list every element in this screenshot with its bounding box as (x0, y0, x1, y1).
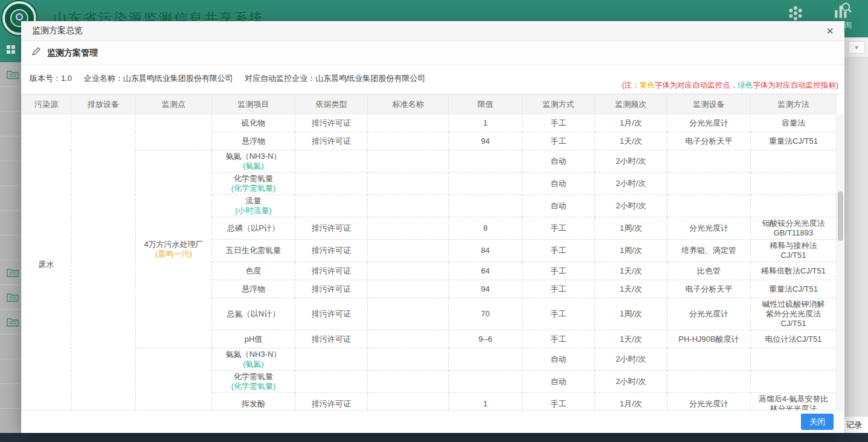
info-bar: 版本号：1.0 企业名称：山东晨鸣纸业集团股份有限公司 对应自动监控企业：山东晨… (21, 65, 844, 94)
monitor-item-cell: 悬浮物 (212, 132, 295, 150)
mode-cell: 手工 (522, 298, 595, 330)
device-cell: 比色管 (667, 262, 751, 280)
method-cell (751, 348, 837, 371)
freq-cell: 1天/次 (595, 262, 667, 280)
limit-cell: 70 (449, 298, 522, 330)
device-cell (667, 195, 751, 217)
mode-cell: 手工 (522, 262, 595, 280)
standard-name-cell (368, 371, 449, 393)
sidebar-item[interactable] (0, 335, 21, 359)
limit-cell: 1 (449, 393, 522, 411)
method-cell: 电位计法CJ/T51 (751, 330, 837, 348)
version-info: 版本号：1.0 (30, 74, 72, 83)
standard-name-cell (368, 173, 449, 195)
limit-cell (449, 150, 522, 173)
col-monitor-freq: 监测频次 (595, 95, 667, 114)
close-icon[interactable]: × (826, 25, 834, 37)
freq-cell: 1月/次 (595, 393, 667, 411)
method-cell: 容量法 (751, 114, 837, 132)
standard-name-cell (368, 150, 449, 173)
sidebar (0, 37, 21, 433)
method-cell (751, 371, 837, 393)
plan-table-wrap: 污染源 排放设备 监测点 监测项目 依据类型 标准名称 限值 监测方式 监测频次… (21, 94, 844, 410)
records-label: 记录 (844, 416, 868, 433)
freq-cell: 1月/次 (595, 114, 667, 132)
monitor-item-auto-label: (氨氮) (215, 359, 292, 369)
device-cell (667, 348, 751, 371)
app-logo-core (16, 13, 23, 21)
standard-name-cell (368, 195, 449, 217)
plan-table-body: 废水硫化物排污许可证1手工1月/次分光光度计容量法悬浮物排污许可证94手工1天/… (22, 114, 837, 411)
sidebar-item[interactable] (0, 235, 21, 260)
mode-cell: 手工 (522, 393, 595, 411)
monitor-point-cell (136, 348, 212, 411)
method-cell: 重量法CJ/T51 (751, 280, 837, 298)
sidebar-item[interactable] (0, 87, 21, 112)
monitor-point-cell: 4万方污水处理厂(晨鸣一污) (136, 150, 212, 348)
folder-icon (7, 317, 19, 327)
basis-cell: 排污许可证 (295, 262, 368, 280)
mode-cell: 自动 (522, 348, 595, 371)
sidebar-item[interactable] (0, 62, 21, 87)
basis-cell: 排污许可证 (295, 330, 368, 348)
freq-cell: 1天/次 (595, 132, 667, 150)
freq-cell: 2小时/次 (595, 150, 667, 173)
caret-down-icon[interactable]: ▾ (848, 41, 865, 54)
modal-title: 监测方案总览 (32, 25, 83, 36)
sidebar-item[interactable] (0, 211, 21, 235)
sidebar-item[interactable] (0, 260, 21, 285)
col-monitor-point: 监测点 (136, 95, 212, 114)
device-cell: 分光光度计 (667, 298, 751, 330)
mode-cell: 自动 (522, 150, 595, 173)
table-row: 废水硫化物排污许可证1手工1月/次分光光度计容量法 (22, 114, 837, 132)
legend-green: 绿色 (738, 81, 753, 89)
device-cell (667, 173, 751, 195)
sidebar-item[interactable] (0, 186, 21, 211)
basis-cell: 排污许可证 (295, 298, 368, 330)
sidebar-item[interactable] (0, 285, 21, 310)
monitor-item-cell: 色度 (212, 262, 295, 280)
standard-name-cell (368, 114, 449, 132)
method-cell: 重量法CJ/T51 (751, 132, 837, 150)
freq-cell: 1天/次 (595, 330, 667, 348)
basis-cell: 排污许可证 (295, 393, 368, 411)
monitor-item-cell: 流量(小时流量) (212, 195, 295, 217)
section-bar: 监测方案管理 (21, 41, 844, 65)
freq-cell: 1天/次 (595, 280, 667, 298)
sidebar-item[interactable] (0, 37, 21, 62)
device-cell: 分光光度计 (667, 393, 751, 411)
sidebar-item[interactable] (0, 136, 21, 161)
monitor-item-cell: 总氮（以N计） (212, 298, 295, 330)
chart-search-icon[interactable] (834, 2, 852, 22)
sidebar-item[interactable] (0, 112, 21, 136)
standard-name-cell (368, 132, 449, 150)
freq-cell: 2小时/次 (595, 348, 667, 371)
basis-cell (295, 348, 368, 371)
folder-icon (7, 69, 19, 79)
sidebar-item[interactable] (0, 384, 21, 409)
monitor-item-cell: 化学需氧量(化学需氧量) (212, 371, 295, 393)
sidebar-item[interactable] (0, 310, 21, 335)
col-limit: 限值 (449, 95, 522, 114)
modal-titlebar: 监测方案总览 × (21, 21, 844, 41)
col-standard-name: 标准名称 (368, 95, 449, 114)
mode-cell: 手工 (522, 114, 595, 132)
monitor-item-cell: 氨氮（NH3-N）(氨氮) (212, 348, 295, 371)
monitor-item-auto-label: (小时流量) (215, 206, 292, 216)
monitor-item-cell: 硫化物 (212, 114, 295, 132)
mode-cell: 手工 (522, 240, 595, 262)
col-monitor-item: 监测项目 (212, 95, 295, 114)
freq-cell: 1周/次 (595, 298, 667, 330)
table-scrollbar-thumb[interactable] (838, 191, 843, 241)
method-cell: 碱性过硫酸钾消解紫外分光光度法CJ/T51 (751, 298, 837, 330)
device-cell: 培养箱、滴定管 (667, 240, 751, 262)
table-row: 4万方污水处理厂(晨鸣一污)氨氮（NH3-N）(氨氮)自动2小时/次 (22, 150, 837, 173)
close-button[interactable]: 关闭 (801, 414, 834, 430)
table-header-row: 污染源 排放设备 监测点 监测项目 依据类型 标准名称 限值 监测方式 监测频次… (22, 95, 837, 114)
device-cell: 电子分析天平 (667, 132, 751, 150)
sidebar-item[interactable] (0, 161, 21, 186)
folder-icon (7, 292, 19, 302)
sidebar-item[interactable] (0, 359, 21, 384)
sidebar-item[interactable] (0, 409, 21, 434)
standard-name-cell (368, 298, 449, 330)
